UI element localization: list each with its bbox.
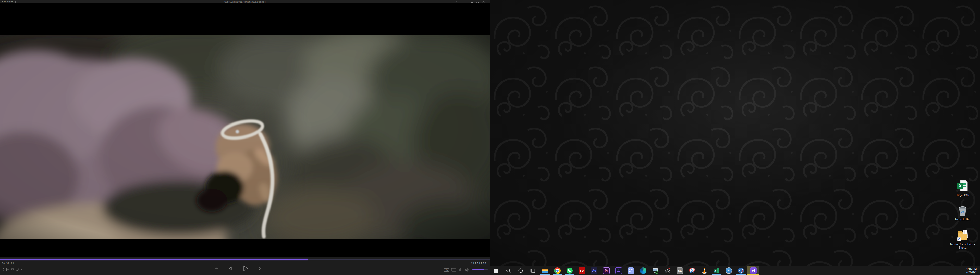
desktop-icon-label: Recycle Bin	[955, 218, 970, 221]
excel-file-icon: X	[957, 180, 969, 193]
start-button[interactable]	[490, 266, 502, 275]
clock-time: 4:15 PM	[966, 267, 977, 271]
previous-button[interactable]	[228, 266, 233, 271]
playlist-icon[interactable]	[2, 267, 5, 271]
taskbar-icon-atom-app[interactable]	[662, 266, 674, 275]
taskbar-icon-whatsapp[interactable]	[563, 266, 576, 275]
damask-wallpaper	[490, 0, 980, 275]
next-button[interactable]	[258, 266, 262, 271]
pin-on-top-icon[interactable]	[456, 0, 458, 3]
equalizer-icon[interactable]	[458, 268, 463, 272]
capture-frame-icon[interactable]	[20, 267, 24, 271]
taskbar-icon-chrome[interactable]	[551, 266, 563, 275]
show-desktop-button[interactable]	[979, 266, 980, 275]
task-view-button[interactable]	[527, 266, 539, 275]
hw-decoder-badge[interactable]: HW	[444, 269, 449, 272]
folder-shortcut-icon	[956, 229, 969, 242]
minimize-icon[interactable]	[471, 0, 473, 3]
close-icon[interactable]	[482, 0, 485, 3]
taskbar-icon-after-effects[interactable]: Ae	[588, 266, 600, 275]
taskbar-icon-adobe-media-encoder[interactable]	[612, 266, 625, 275]
window-title: Out.of.Death.2021.Pishtaz.1080p.Sub.mp4	[0, 0, 490, 3]
video-frame[interactable]	[0, 35, 490, 239]
desktop-icon-label: 10 تیر.xlsx	[956, 193, 969, 197]
desktop-icon-recycle-bin[interactable]: ♻ Recycle Bin	[950, 204, 976, 221]
3d-cube-icon[interactable]	[15, 267, 19, 271]
vr-3d-glasses-icon[interactable]	[11, 267, 14, 271]
svg-text:♻: ♻	[961, 210, 964, 214]
player-control-bar: 00:57:25 01:31:55	[0, 257, 490, 275]
speaker-icon[interactable]	[465, 268, 470, 272]
kmplayer-window: KMPlayer Out.of.Death.2021.Pishtaz.1080p…	[0, 0, 490, 275]
current-time: 00:57:25	[2, 262, 14, 265]
system-tray: 4:15 PM 7/7/2021	[964, 266, 978, 275]
desktop[interactable]: X 10 تیر.xlsx ♻ Recycle Bin Media Cache …	[490, 0, 980, 275]
titlebar[interactable]: KMPlayer Out.of.Death.2021.Pishtaz.1080p…	[0, 0, 490, 3]
taskbar-icon-your-uninstaller[interactable]: Yu	[723, 266, 735, 275]
taskbar-icon-excel[interactable]: X	[711, 266, 723, 275]
taskbar-icon-pc-sync[interactable]	[649, 266, 662, 275]
total-time: 01:31:55	[471, 261, 487, 265]
volume-fill	[472, 269, 484, 270]
play-button[interactable]	[242, 265, 248, 272]
stop-button[interactable]	[271, 266, 275, 271]
taskbar-icon-edge[interactable]	[637, 266, 649, 275]
taskbar-icon-vlc[interactable]	[698, 266, 711, 275]
cortana-button[interactable]	[514, 266, 527, 275]
taskbar-icon-free-download-manager[interactable]	[735, 266, 747, 275]
desktop-icon-excel-file[interactable]: X 10 تیر.xlsx	[950, 180, 976, 197]
search-button[interactable]	[502, 266, 514, 275]
svg-text:X: X	[959, 184, 962, 188]
taskbar: Fz Ae Pr	[490, 266, 980, 275]
taskbar-icon-se-app[interactable]: SE	[674, 266, 686, 275]
taskbar-icon-photo-app[interactable]	[625, 266, 637, 275]
seek-bar-fill	[0, 259, 308, 260]
taskbar-icon-filezilla[interactable]: Fz	[576, 266, 588, 275]
volume-slider[interactable]	[472, 269, 488, 270]
taskbar-clock[interactable]: 4:15 PM 7/7/2021	[964, 267, 978, 274]
taskbar-icon-premiere-pro[interactable]: Pr	[600, 266, 612, 275]
maximize-brackets-icon[interactable]	[476, 0, 479, 3]
clock-date: 7/7/2021	[966, 271, 977, 274]
subtitle-icon[interactable]	[451, 268, 456, 272]
taskbar-icon-kmplayer[interactable]	[747, 266, 759, 275]
seek-bar[interactable]	[0, 259, 490, 260]
recycle-bin-icon: ♻	[956, 204, 969, 217]
open-media-button[interactable]	[215, 266, 219, 271]
open-file-icon[interactable]	[6, 267, 10, 271]
desktop-icon-media-cache-shortcut[interactable]: Media Cache Files - Shor...	[950, 229, 976, 249]
svg-text:X: X	[714, 269, 716, 272]
desktop-icon-label: Media Cache Files - Shor...	[950, 243, 975, 249]
taskbar-icon-file-explorer[interactable]	[539, 266, 551, 275]
taskbar-icon-netcut[interactable]	[686, 266, 698, 275]
